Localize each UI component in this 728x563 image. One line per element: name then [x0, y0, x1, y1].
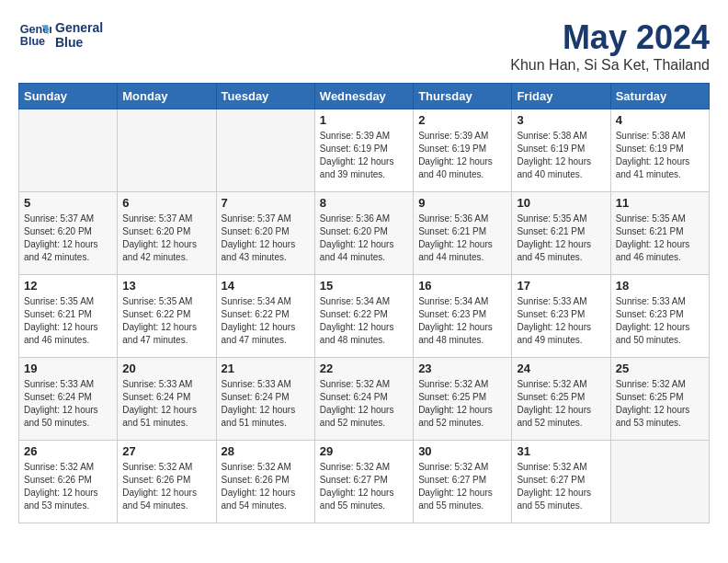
- day-info: Sunrise: 5:37 AMSunset: 6:20 PMDaylight:…: [222, 213, 310, 264]
- calendar-cell: 18Sunrise: 5:33 AMSunset: 6:23 PMDayligh…: [610, 275, 709, 358]
- day-number: 8: [320, 196, 408, 210]
- svg-text:Blue: Blue: [20, 35, 45, 48]
- calendar-cell: [610, 441, 709, 523]
- calendar-cell: 15Sunrise: 5:34 AMSunset: 6:22 PMDayligh…: [314, 275, 413, 358]
- logo: General Blue General Blue: [18, 18, 103, 52]
- calendar-cell: 12Sunrise: 5:35 AMSunset: 6:21 PMDayligh…: [19, 275, 118, 358]
- day-number: 6: [122, 196, 210, 210]
- day-info: Sunrise: 5:32 AMSunset: 6:27 PMDaylight:…: [320, 461, 408, 512]
- calendar-cell: 5Sunrise: 5:37 AMSunset: 6:20 PMDaylight…: [19, 192, 118, 275]
- weekday-header-thursday: Thursday: [414, 84, 512, 109]
- title-area: May 2024 Khun Han, Si Sa Ket, Thailand: [510, 18, 710, 74]
- calendar-cell: 30Sunrise: 5:32 AMSunset: 6:27 PMDayligh…: [414, 441, 512, 523]
- calendar-cell: 8Sunrise: 5:36 AMSunset: 6:20 PMDaylight…: [314, 192, 413, 275]
- calendar-cell: 7Sunrise: 5:37 AMSunset: 6:20 PMDaylight…: [216, 192, 314, 275]
- calendar-cell: 17Sunrise: 5:33 AMSunset: 6:23 PMDayligh…: [512, 275, 610, 358]
- day-info: Sunrise: 5:34 AMSunset: 6:22 PMDaylight:…: [222, 295, 310, 347]
- calendar-table: SundayMondayTuesdayWednesdayThursdayFrid…: [18, 83, 710, 523]
- day-info: Sunrise: 5:39 AMSunset: 6:19 PMDaylight:…: [418, 130, 506, 181]
- day-info: Sunrise: 5:35 AMSunset: 6:21 PMDaylight:…: [616, 213, 704, 264]
- calendar-cell: 19Sunrise: 5:33 AMSunset: 6:24 PMDayligh…: [19, 358, 118, 441]
- calendar-cell: 23Sunrise: 5:32 AMSunset: 6:25 PMDayligh…: [414, 358, 512, 441]
- weekday-header-monday: Monday: [118, 84, 216, 109]
- calendar-week-row: 12Sunrise: 5:35 AMSunset: 6:21 PMDayligh…: [19, 275, 710, 358]
- page-header: General Blue General Blue May 2024 Khun …: [18, 18, 710, 74]
- day-number: 10: [517, 196, 605, 210]
- day-info: Sunrise: 5:32 AMSunset: 6:26 PMDaylight:…: [24, 461, 112, 512]
- day-number: 30: [418, 444, 506, 458]
- calendar-cell: 28Sunrise: 5:32 AMSunset: 6:26 PMDayligh…: [216, 441, 314, 523]
- calendar-cell: 4Sunrise: 5:38 AMSunset: 6:19 PMDaylight…: [610, 109, 709, 192]
- day-number: 7: [222, 196, 310, 210]
- calendar-cell: 13Sunrise: 5:35 AMSunset: 6:22 PMDayligh…: [118, 275, 216, 358]
- day-number: 4: [616, 113, 704, 127]
- calendar-cell: 16Sunrise: 5:34 AMSunset: 6:23 PMDayligh…: [414, 275, 512, 358]
- weekday-header-sunday: Sunday: [19, 84, 118, 109]
- day-info: Sunrise: 5:32 AMSunset: 6:25 PMDaylight:…: [616, 378, 704, 430]
- calendar-cell: 9Sunrise: 5:36 AMSunset: 6:21 PMDaylight…: [414, 192, 512, 275]
- day-info: Sunrise: 5:33 AMSunset: 6:24 PMDaylight:…: [222, 378, 310, 430]
- day-info: Sunrise: 5:32 AMSunset: 6:27 PMDaylight:…: [418, 461, 506, 512]
- calendar-cell: 24Sunrise: 5:32 AMSunset: 6:25 PMDayligh…: [512, 358, 610, 441]
- day-info: Sunrise: 5:38 AMSunset: 6:19 PMDaylight:…: [517, 130, 605, 181]
- day-info: Sunrise: 5:33 AMSunset: 6:23 PMDaylight:…: [517, 295, 605, 347]
- day-info: Sunrise: 5:33 AMSunset: 6:24 PMDaylight:…: [24, 378, 112, 430]
- day-info: Sunrise: 5:32 AMSunset: 6:26 PMDaylight:…: [122, 461, 210, 512]
- day-info: Sunrise: 5:37 AMSunset: 6:20 PMDaylight:…: [24, 213, 112, 264]
- calendar-cell: 31Sunrise: 5:32 AMSunset: 6:27 PMDayligh…: [512, 441, 610, 523]
- day-info: Sunrise: 5:39 AMSunset: 6:19 PMDaylight:…: [320, 130, 408, 181]
- day-number: 9: [418, 196, 506, 210]
- day-info: Sunrise: 5:32 AMSunset: 6:25 PMDaylight:…: [418, 378, 506, 430]
- calendar-cell: 20Sunrise: 5:33 AMSunset: 6:24 PMDayligh…: [118, 358, 216, 441]
- day-number: 16: [418, 279, 506, 293]
- calendar-cell: [19, 109, 118, 192]
- day-info: Sunrise: 5:32 AMSunset: 6:24 PMDaylight:…: [320, 378, 408, 430]
- day-info: Sunrise: 5:32 AMSunset: 6:25 PMDaylight:…: [517, 378, 605, 430]
- day-number: 31: [517, 444, 605, 458]
- day-number: 27: [122, 444, 210, 458]
- day-number: 24: [517, 362, 605, 375]
- calendar-week-row: 26Sunrise: 5:32 AMSunset: 6:26 PMDayligh…: [19, 441, 710, 523]
- day-info: Sunrise: 5:38 AMSunset: 6:19 PMDaylight:…: [616, 130, 704, 181]
- weekday-header-tuesday: Tuesday: [216, 84, 314, 109]
- calendar-cell: 27Sunrise: 5:32 AMSunset: 6:26 PMDayligh…: [118, 441, 216, 523]
- day-number: 11: [616, 196, 704, 210]
- day-number: 26: [24, 444, 112, 458]
- day-number: 18: [616, 279, 704, 293]
- day-info: Sunrise: 5:35 AMSunset: 6:21 PMDaylight:…: [517, 213, 605, 264]
- day-number: 13: [122, 279, 210, 293]
- calendar-title: May 2024: [510, 18, 710, 57]
- weekday-header-row: SundayMondayTuesdayWednesdayThursdayFrid…: [19, 84, 710, 109]
- day-number: 20: [122, 362, 210, 375]
- calendar-header: SundayMondayTuesdayWednesdayThursdayFrid…: [19, 84, 710, 109]
- logo-line2: Blue: [55, 35, 103, 50]
- day-number: 12: [24, 279, 112, 293]
- calendar-week-row: 5Sunrise: 5:37 AMSunset: 6:20 PMDaylight…: [19, 192, 710, 275]
- calendar-week-row: 1Sunrise: 5:39 AMSunset: 6:19 PMDaylight…: [19, 109, 710, 192]
- calendar-cell: 14Sunrise: 5:34 AMSunset: 6:22 PMDayligh…: [216, 275, 314, 358]
- day-info: Sunrise: 5:36 AMSunset: 6:20 PMDaylight:…: [320, 213, 408, 264]
- day-info: Sunrise: 5:32 AMSunset: 6:27 PMDaylight:…: [517, 461, 605, 512]
- calendar-cell: 11Sunrise: 5:35 AMSunset: 6:21 PMDayligh…: [610, 192, 709, 275]
- day-number: 1: [320, 113, 408, 127]
- calendar-cell: 21Sunrise: 5:33 AMSunset: 6:24 PMDayligh…: [216, 358, 314, 441]
- day-info: Sunrise: 5:35 AMSunset: 6:22 PMDaylight:…: [122, 295, 210, 347]
- calendar-subtitle: Khun Han, Si Sa Ket, Thailand: [510, 57, 710, 74]
- calendar-cell: 22Sunrise: 5:32 AMSunset: 6:24 PMDayligh…: [314, 358, 413, 441]
- day-number: 5: [24, 196, 112, 210]
- calendar-cell: 2Sunrise: 5:39 AMSunset: 6:19 PMDaylight…: [414, 109, 512, 192]
- day-number: 2: [418, 113, 506, 127]
- day-info: Sunrise: 5:33 AMSunset: 6:23 PMDaylight:…: [616, 295, 704, 347]
- day-number: 15: [320, 279, 408, 293]
- logo-line1: General: [55, 20, 103, 35]
- day-number: 19: [24, 362, 112, 375]
- calendar-week-row: 19Sunrise: 5:33 AMSunset: 6:24 PMDayligh…: [19, 358, 710, 441]
- day-info: Sunrise: 5:37 AMSunset: 6:20 PMDaylight:…: [122, 213, 210, 264]
- day-number: 17: [517, 279, 605, 293]
- day-number: 29: [320, 444, 408, 458]
- day-number: 21: [222, 362, 310, 375]
- day-info: Sunrise: 5:35 AMSunset: 6:21 PMDaylight:…: [24, 295, 112, 347]
- day-info: Sunrise: 5:33 AMSunset: 6:24 PMDaylight:…: [122, 378, 210, 430]
- day-info: Sunrise: 5:36 AMSunset: 6:21 PMDaylight:…: [418, 213, 506, 264]
- day-number: 25: [616, 362, 704, 375]
